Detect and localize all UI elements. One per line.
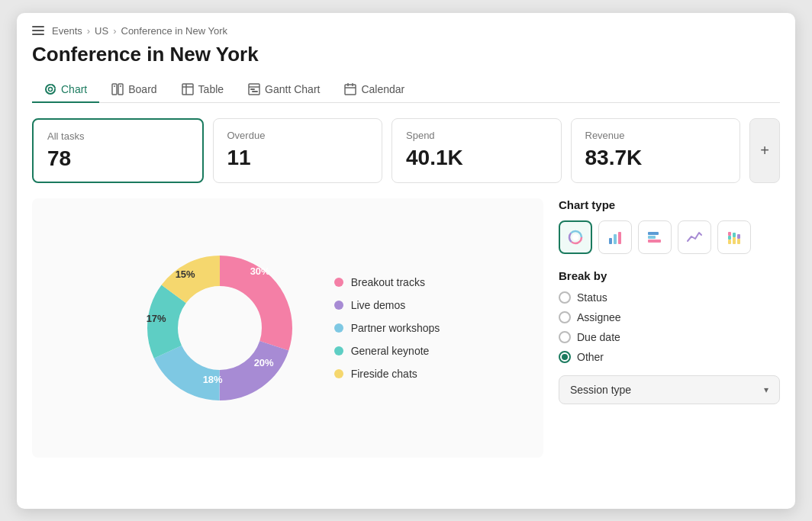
metric-overdue[interactable]: Overdue 11 xyxy=(213,118,383,183)
svg-rect-33 xyxy=(728,232,731,236)
radio-label-status: Status xyxy=(577,291,607,304)
tab-bar: Chart Board Table xyxy=(32,77,780,103)
radio-label-other: Other xyxy=(577,351,604,363)
breadcrumb-us[interactable]: US xyxy=(95,25,108,37)
chart-type-bar-btn[interactable] xyxy=(598,220,632,254)
svg-rect-12 xyxy=(345,85,356,95)
breadcrumb-events[interactable]: Events xyxy=(52,25,82,37)
board-tab-icon xyxy=(111,83,124,95)
svg-rect-2 xyxy=(118,84,123,95)
legend-partner-workshops: Partner workshops xyxy=(334,322,440,334)
legend-fireside-chats: Fireside chats xyxy=(334,368,440,380)
legend-dot-keynote xyxy=(334,346,343,355)
metric-revenue[interactable]: Revenue 83.7K xyxy=(571,118,741,183)
label-18: 18% xyxy=(203,374,223,385)
tab-gantt-label: Gantt Chart xyxy=(265,83,320,95)
metric-all-tasks[interactable]: All tasks 78 xyxy=(32,118,204,183)
legend-label-fireside: Fireside chats xyxy=(351,368,417,380)
stacked-icon xyxy=(726,229,743,246)
svg-rect-28 xyxy=(648,232,659,235)
tab-chart[interactable]: Chart xyxy=(32,77,99,103)
chart-area: 30% 20% 18% 17% 15% Break xyxy=(32,198,543,458)
radio-status[interactable]: Status xyxy=(559,291,780,304)
svg-rect-26 xyxy=(614,234,617,244)
svg-rect-30 xyxy=(648,240,661,243)
label-30: 30% xyxy=(250,265,270,277)
radio-due-date[interactable]: Due date xyxy=(559,331,780,343)
svg-rect-25 xyxy=(609,238,612,244)
radio-group: Status Assignee Due date Other xyxy=(559,291,780,363)
donut-icon xyxy=(567,229,584,246)
label-17: 17% xyxy=(147,313,166,324)
legend-dot-partner xyxy=(334,323,343,333)
chart-type-hbar-btn[interactable] xyxy=(638,220,672,254)
donut-chart: 30% 20% 18% 17% 15% xyxy=(136,244,304,412)
line-icon xyxy=(686,229,703,246)
legend-live-demos: Live demos xyxy=(334,299,440,311)
tab-gantt[interactable]: Gantt Chart xyxy=(236,77,332,103)
chart-type-section: Chart type xyxy=(559,198,780,254)
tab-table-label: Table xyxy=(198,83,224,95)
metric-all-tasks-value: 78 xyxy=(47,146,188,171)
svg-rect-11 xyxy=(252,91,258,92)
radio-circle-status xyxy=(559,291,571,304)
metric-all-tasks-label: All tasks xyxy=(47,130,188,142)
legend-general-keynote: General keynote xyxy=(334,345,440,357)
chart-type-stacked-btn[interactable] xyxy=(717,220,751,254)
radio-other[interactable]: Other xyxy=(559,351,780,363)
svg-rect-29 xyxy=(648,236,656,239)
radio-circle-other xyxy=(559,351,571,363)
breadcrumb: Events › US › Conference in New York xyxy=(32,25,780,37)
metric-spend-value: 40.1K xyxy=(406,146,547,170)
bar-icon xyxy=(607,229,624,246)
tab-board[interactable]: Board xyxy=(99,77,169,103)
legend-label-live-demos: Live demos xyxy=(351,299,406,311)
table-tab-icon xyxy=(182,83,194,95)
metric-overdue-value: 11 xyxy=(227,146,369,170)
legend-dot-fireside xyxy=(334,369,343,378)
chart-type-donut-btn[interactable] xyxy=(559,220,592,254)
tab-calendar[interactable]: Calendar xyxy=(332,77,417,103)
legend-breakout-tracks: Breakout tracks xyxy=(334,276,440,288)
label-20: 20% xyxy=(254,357,274,368)
svg-rect-5 xyxy=(182,84,193,95)
chart-type-title: Chart type xyxy=(559,198,780,211)
tab-chart-label: Chart xyxy=(61,83,87,95)
svg-rect-32 xyxy=(728,236,731,240)
break-by-title: Break by xyxy=(559,269,780,282)
svg-rect-37 xyxy=(737,234,740,239)
sidebar: Chart type xyxy=(559,198,780,458)
session-type-dropdown[interactable]: Session type ▾ xyxy=(559,375,780,404)
legend-label-partner: Partner workshops xyxy=(351,322,440,334)
tab-calendar-label: Calendar xyxy=(361,83,404,95)
chart-type-line-btn[interactable] xyxy=(678,220,711,254)
svg-rect-10 xyxy=(250,88,255,90)
legend-label-keynote: General keynote xyxy=(351,345,430,357)
label-15: 15% xyxy=(176,269,195,280)
chevron-down-icon: ▾ xyxy=(764,384,768,395)
legend-label-breakout: Breakout tracks xyxy=(351,276,425,288)
metric-overdue-label: Overdue xyxy=(227,130,369,141)
tab-table[interactable]: Table xyxy=(169,77,236,103)
metrics-row: All tasks 78 Overdue 11 Spend 40.1K Reve… xyxy=(32,118,780,183)
metric-revenue-label: Revenue xyxy=(585,130,727,141)
metric-spend[interactable]: Spend 40.1K xyxy=(392,118,562,183)
menu-icon[interactable] xyxy=(32,26,44,35)
add-metric-button[interactable]: + xyxy=(749,118,780,183)
radio-circle-due-date xyxy=(559,331,571,343)
metric-revenue-value: 83.7K xyxy=(585,146,727,170)
main-content: 30% 20% 18% 17% 15% Break xyxy=(32,198,780,458)
hbar-icon xyxy=(646,229,663,246)
svg-point-0 xyxy=(49,87,53,91)
svg-rect-35 xyxy=(733,233,736,237)
svg-rect-34 xyxy=(733,237,736,244)
chart-tab-icon xyxy=(44,83,56,95)
svg-rect-1 xyxy=(112,84,117,95)
calendar-tab-icon xyxy=(344,83,356,95)
breadcrumb-current[interactable]: Conference in New York xyxy=(121,25,227,37)
legend-dot-breakout xyxy=(334,278,343,287)
svg-rect-36 xyxy=(737,239,740,244)
main-window: Events › US › Conference in New York Con… xyxy=(17,13,795,509)
radio-assignee[interactable]: Assignee xyxy=(559,311,780,323)
session-type-label: Session type xyxy=(570,384,631,396)
